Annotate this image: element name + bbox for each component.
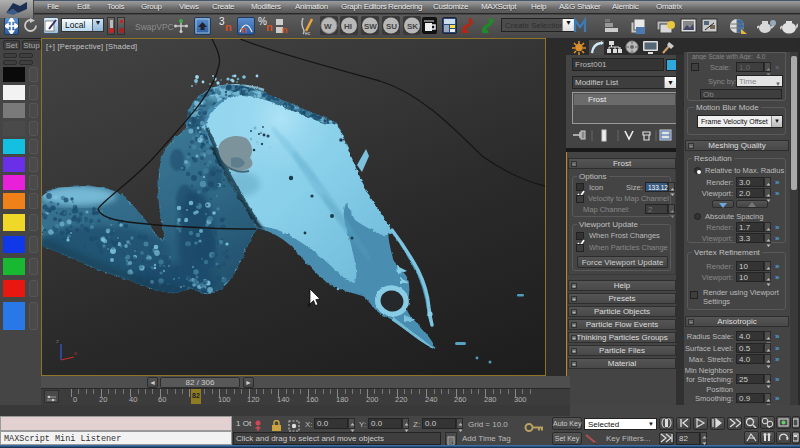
svg-text::: : [754, 417, 755, 423]
svg-text:n: n [241, 25, 247, 34]
svg-text:SU: SU [386, 22, 397, 31]
svg-text:x: x [74, 350, 77, 356]
svg-text:SK: SK [407, 22, 418, 31]
svg-text:z: z [56, 338, 59, 344]
svg-text:HI: HI [344, 22, 352, 31]
svg-text:W: W [324, 22, 332, 31]
svg-text:n: n [282, 25, 288, 34]
svg-text:SW: SW [364, 22, 377, 31]
svg-text:ec: ec [305, 30, 311, 36]
